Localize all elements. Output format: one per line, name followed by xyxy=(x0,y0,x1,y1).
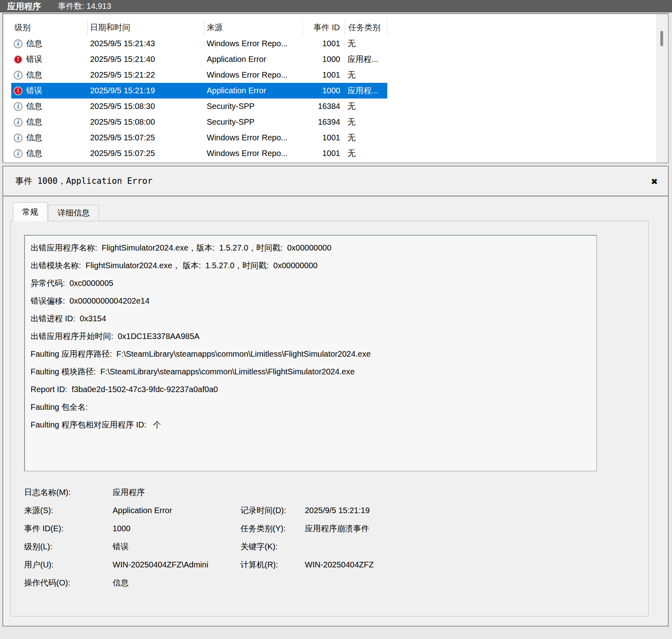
event-detail-pane: 事件 1000，Application Error ✖ 常规详细信息 出错应用程… xyxy=(2,166,669,627)
datetime-cell: 2025/9/5 15:08:00 xyxy=(88,117,204,127)
datetime-cell: 2025/9/5 15:07:25 xyxy=(88,149,204,158)
close-icon[interactable]: ✖ xyxy=(649,176,660,187)
info-icon: i xyxy=(14,134,23,142)
source-cell: Application Error xyxy=(204,55,303,64)
task-category-cell: 应用程... xyxy=(345,54,387,65)
error-icon: ! xyxy=(14,55,23,64)
field-label: 关键字(K): xyxy=(240,541,305,552)
field-row: 日志名称(M):应用程序 xyxy=(24,483,643,501)
event-list-header: 级别日期和时间来源事件 ID任务类别 xyxy=(11,19,668,36)
source-cell: Windows Error Repo... xyxy=(204,133,303,142)
source-cell: Windows Error Repo... xyxy=(204,149,303,158)
field-value: Application Error xyxy=(113,506,240,515)
info-icon: i xyxy=(14,118,23,127)
event-description-box: 出错应用程序名称: FlightSimulator2024.exe，版本: 1.… xyxy=(24,235,597,471)
field-row: 事件 ID(E):1000任务类别(Y):应用程序崩溃事件 xyxy=(24,520,643,538)
column-header-1[interactable]: 日期和时间 xyxy=(88,19,204,36)
field-label: 任务类别(Y): xyxy=(240,523,305,534)
event-id-cell: 1000 xyxy=(303,86,345,95)
tab-details[interactable]: 详细信息 xyxy=(48,205,99,221)
table-row[interactable]: i信息2025/9/5 15:21:43Windows Error Repo..… xyxy=(11,36,387,51)
detail-line: 出错进程 ID: 0x3154 xyxy=(31,310,591,327)
general-tab-content: 出错应用程序名称: FlightSimulator2024.exe，版本: 1.… xyxy=(10,221,649,616)
detail-line: Faulting 程序包相对应用程序 ID: 个 xyxy=(31,416,591,434)
field-label: 事件 ID(E): xyxy=(24,523,113,534)
detail-pane-title: 事件 1000，Application Error xyxy=(15,175,152,187)
datetime-cell: 2025/9/5 15:21:19 xyxy=(88,86,204,95)
table-row[interactable]: i信息2025/9/5 15:08:30Security-SPP16384无 xyxy=(11,99,387,114)
datetime-cell: 2025/9/5 15:07:25 xyxy=(88,133,204,142)
column-header-2[interactable]: 来源 xyxy=(204,19,303,36)
event-id-cell: 1001 xyxy=(303,149,345,158)
event-id-cell: 1001 xyxy=(303,39,345,48)
field-value: WIN-20250404ZFZ xyxy=(305,560,374,569)
level-cell: i信息 xyxy=(11,132,88,143)
detail-line: 异常代码: 0xc0000005 xyxy=(31,274,591,292)
level-label: 信息 xyxy=(26,70,42,80)
table-row[interactable]: i信息2025/9/5 15:07:25Windows Error Repo..… xyxy=(11,130,387,146)
table-row[interactable]: !错误2025/9/5 15:21:19Application Error100… xyxy=(11,83,387,99)
event-viewer-window: 应用程序 事件数: 14,913 级别日期和时间来源事件 ID任务类别 i信息2… xyxy=(0,0,672,639)
info-icon: i xyxy=(14,39,23,48)
detail-line: Faulting 包全名: xyxy=(31,398,591,416)
task-category-cell: 无 xyxy=(345,117,387,127)
column-header-4[interactable]: 任务类别 xyxy=(345,19,387,36)
detail-line: Faulting 模块路径: F:\SteamLibrary\steamapps… xyxy=(31,363,591,380)
datetime-cell: 2025/9/5 15:21:40 xyxy=(88,55,204,64)
field-label: 操作代码(O): xyxy=(24,577,113,588)
level-cell: !错误 xyxy=(11,85,88,96)
field-label: 记录时间(D): xyxy=(240,505,305,516)
event-id-cell: 16394 xyxy=(303,117,345,127)
datetime-cell: 2025/9/5 15:21:22 xyxy=(88,70,204,80)
field-label: 级别(L): xyxy=(24,541,113,552)
detail-line: 出错模块名称: FlightSimulator2024.exe， 版本: 1.5… xyxy=(31,257,591,274)
field-row: 来源(S):Application Error记录时间(D):2025/9/5 … xyxy=(24,501,643,520)
datetime-cell: 2025/9/5 15:08:30 xyxy=(88,102,204,111)
task-category-cell: 无 xyxy=(345,38,387,49)
source-cell: Windows Error Repo... xyxy=(204,70,303,80)
field-value: WIN-20250404ZFZ\Admini xyxy=(113,560,240,569)
table-row[interactable]: !错误2025/9/5 15:21:40Application Error100… xyxy=(11,51,387,67)
task-category-cell: 无 xyxy=(345,70,387,80)
level-cell: i信息 xyxy=(11,148,88,159)
level-cell: !错误 xyxy=(11,54,88,65)
detail-line: 错误偏移: 0x0000000004202e14 xyxy=(31,292,591,310)
detail-line: Report ID: f3ba0e2d-1502-47c3-9fdc-92237… xyxy=(31,380,591,398)
level-label: 信息 xyxy=(26,101,42,112)
event-id-cell: 16384 xyxy=(303,102,345,111)
level-cell: i信息 xyxy=(11,117,88,127)
field-value: 2025/9/5 15:21:19 xyxy=(305,506,370,515)
detail-line: Faulting 应用程序路径: F:\SteamLibrary\steamap… xyxy=(31,345,591,363)
column-header-3[interactable]: 事件 ID xyxy=(303,19,345,36)
detail-line: 出错应用程序名称: FlightSimulator2024.exe，版本: 1.… xyxy=(31,239,591,257)
level-label: 错误 xyxy=(26,54,42,65)
source-cell: Security-SPP xyxy=(204,117,303,127)
table-row[interactable]: i信息2025/9/5 15:07:25Windows Error Repo..… xyxy=(11,146,387,161)
detail-line: 出错应用程序开始时间: 0x1DC1E3378AA985A xyxy=(31,327,591,345)
field-value: 错误 xyxy=(113,541,240,552)
source-cell: Application Error xyxy=(204,86,303,95)
event-list-panel: 级别日期和时间来源事件 ID任务类别 i信息2025/9/5 15:21:43W… xyxy=(2,13,669,163)
info-icon: i xyxy=(14,149,23,158)
log-title-bar: 应用程序 事件数: 14,913 xyxy=(0,0,672,12)
log-name: 应用程序 xyxy=(7,1,41,12)
vertical-scrollbar[interactable] xyxy=(656,14,668,162)
column-header-0[interactable]: 级别 xyxy=(11,19,88,36)
field-label: 计算机(R): xyxy=(240,559,305,570)
field-value: 应用程序崩溃事件 xyxy=(305,523,369,534)
level-label: 信息 xyxy=(26,148,42,159)
detail-pane-header: 事件 1000，Application Error ✖ xyxy=(3,166,668,195)
source-cell: Windows Error Repo... xyxy=(204,39,303,48)
table-row[interactable]: i信息2025/9/5 15:08:00Security-SPP16394无 xyxy=(11,114,387,130)
event-id-cell: 1001 xyxy=(303,70,345,80)
task-category-cell: 应用程... xyxy=(345,85,387,96)
level-label: 错误 xyxy=(26,85,42,96)
info-icon: i xyxy=(14,71,23,80)
source-cell: Security-SPP xyxy=(204,102,303,111)
scrollbar-thumb[interactable] xyxy=(660,31,663,46)
event-count: 事件数: 14,913 xyxy=(58,1,111,12)
table-row[interactable]: i信息2025/9/5 15:21:22Windows Error Repo..… xyxy=(11,67,387,83)
pane-divider xyxy=(3,195,668,197)
tab-general[interactable]: 常规 xyxy=(13,202,47,221)
field-row: 操作代码(O):信息 xyxy=(24,574,643,592)
